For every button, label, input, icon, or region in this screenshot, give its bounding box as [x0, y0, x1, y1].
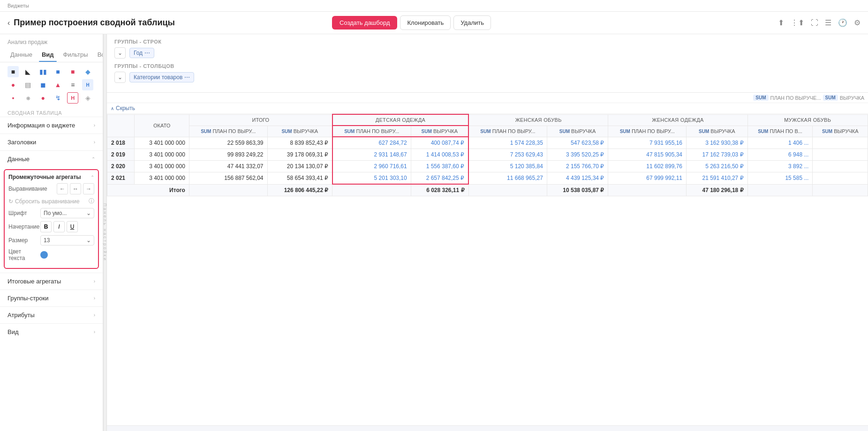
section-view-header[interactable]: Вид › — [0, 324, 103, 340]
gear-icon[interactable]: ⚙ — [854, 18, 860, 27]
zhen-ob-vyruchka-2018: 547 623,58 ₽ — [547, 137, 608, 149]
header-zhen-od-plan: SUM ПЛАН ПО ВЫРУ... — [608, 126, 687, 137]
muzh-vyruchka-2019 — [813, 149, 868, 161]
widget-icon-11[interactable]: ≡ — [67, 79, 78, 90]
bold-button[interactable]: B — [40, 221, 52, 232]
widget-icon-8[interactable]: ▤ — [23, 79, 34, 90]
widget-icon-15[interactable]: ● — [38, 92, 49, 104]
plan-label-1: ПЛАН ПО ВЫРУЧЕ... — [770, 95, 821, 101]
widget-icon-3[interactable]: ▮▮ — [38, 66, 49, 77]
groups-cols-chevron[interactable]: ⌄ — [114, 72, 126, 83]
det-plan-2020: 2 960 716,61 — [332, 161, 411, 172]
italic-button[interactable]: I — [53, 221, 65, 232]
tab-data[interactable]: Данные — [8, 47, 35, 62]
back-button[interactable]: ‹ — [8, 19, 10, 27]
section-data: Данные ⌃ Промежуточные агрегаты ⌃ Выравн… — [0, 150, 103, 271]
table-scrollbar[interactable] — [107, 425, 868, 431]
alignment-label: Выравнивание — [8, 186, 55, 192]
section-attributes-label: Атрибуты — [8, 312, 35, 319]
widget-icon-2[interactable]: ◣ — [23, 66, 34, 77]
pivot-table-label: СВОДНАЯ ТАБЛИЦА — [0, 107, 103, 117]
widget-icon-9[interactable]: ◼ — [38, 79, 49, 90]
section-widget-info-header[interactable]: Информация о виджете › — [0, 117, 103, 134]
pivot-table: ОКАТО ИТОГО ДЕТСКАЯ ОДЕЖДА ЖЕНСКАЯ ОБУВЬ… — [107, 114, 868, 196]
size-value: 13 — [44, 237, 50, 244]
sidebar: Анализ продаж Данные Вид Фильтры Все ■ ◣… — [0, 34, 103, 431]
groups-rows-chevron[interactable]: ⌄ — [114, 47, 126, 59]
widget-icons-grid: ■ ◣ ▮▮ ■ ■ ◆ ● ▤ ◼ ▲ ≡ H ▪ ⎈ ● ↯ H ◈ — [0, 62, 103, 107]
widget-icon-14[interactable]: ⎈ — [23, 92, 34, 104]
section-data-header[interactable]: Данные ⌃ — [0, 151, 103, 167]
table-area: SUM ПЛАН ПО ВЫРУЧЕ... SUM ВЫРУЧКА ∧ Скры… — [107, 93, 868, 431]
section-view: Вид › — [0, 323, 103, 340]
aggregates-title-row: Промежуточные агрегаты ⌃ — [8, 174, 94, 180]
zhen-od-vyruchka-2021: 21 591 410,27 ₽ — [687, 172, 748, 185]
section-headers-header[interactable]: Заголовки › — [0, 134, 103, 150]
groups-cols-tag-value: Категории товаров — [134, 74, 182, 81]
align-left-button[interactable]: ← — [57, 183, 68, 194]
font-select[interactable]: По умо... ⌄ — [40, 208, 94, 218]
create-dashboard-button[interactable]: Создать дашборд — [332, 16, 397, 30]
muzh-vyruchka-2021 — [813, 172, 868, 185]
widget-icon-1[interactable]: ■ — [8, 66, 19, 77]
share-icon[interactable]: ⬆ — [791, 18, 804, 27]
widget-icon-5[interactable]: ■ — [67, 66, 78, 77]
header-icons: ⬆ ⛶ ☰ 🕐 ⚙ — [778, 18, 860, 27]
table-scroll-wrapper[interactable]: ОКАТО ИТОГО ДЕТСКАЯ ОДЕЖДА ЖЕНСКАЯ ОБУВЬ… — [107, 114, 868, 425]
muzh-plan-2019: 6 948 ... — [747, 149, 813, 161]
section-attributes-header[interactable]: Атрибуты › — [0, 307, 103, 323]
groups-cols-tag[interactable]: Категории товаров ⋯ — [129, 72, 194, 82]
widget-icon-6[interactable]: ◆ — [82, 66, 93, 77]
hide-row[interactable]: ∧ Скрыть — [107, 103, 868, 114]
tab-view[interactable]: Вид — [39, 47, 57, 62]
widget-icon-13[interactable]: ▪ — [8, 92, 19, 104]
section-view-toggle[interactable]: › — [94, 329, 95, 334]
footer-det-vyruchka: 6 028 326,11 ₽ — [411, 184, 468, 196]
expand-icon[interactable]: ⛶ — [811, 19, 818, 27]
color-picker[interactable] — [40, 251, 48, 259]
aggregates-box: Промежуточные агрегаты ⌃ Выравнивание ← … — [4, 169, 99, 269]
aggregates-toggle[interactable]: ⌃ — [91, 175, 94, 180]
groups-rows-tag[interactable]: Год ⋯ — [129, 48, 154, 58]
widget-icon-16[interactable]: ↯ — [53, 92, 64, 104]
align-right-button[interactable]: → — [83, 183, 94, 194]
clone-button[interactable]: Клонировать — [400, 15, 451, 30]
reset-row: ↻ Сбросить выравнивание ⓘ — [8, 197, 94, 205]
align-center-button[interactable]: ↔ — [70, 183, 81, 194]
widget-icon-12[interactable]: H — [82, 79, 93, 90]
widget-icon-10[interactable]: ▲ — [53, 79, 64, 90]
itogo-vyruchka-2021: 58 654 393,41 ₽ — [267, 172, 332, 185]
footer-muzh-plan — [747, 184, 813, 196]
size-label: Размер — [8, 237, 37, 244]
breadcrumb-text: Виджеты — [8, 3, 29, 8]
tab-filters[interactable]: Фильтры — [60, 47, 91, 62]
year-cell-2021: 2 021 — [107, 172, 135, 185]
underline-button[interactable]: U — [67, 221, 78, 232]
delete-button[interactable]: Удалить — [453, 15, 491, 30]
section-groups-rows-header[interactable]: Группы-строки › — [0, 290, 103, 306]
footer-label: Итого — [107, 184, 189, 196]
tab-all[interactable]: Все — [95, 47, 103, 62]
section-attributes-toggle[interactable]: › — [94, 312, 95, 318]
panel-handle[interactable]: Панель настройки — [103, 34, 107, 431]
okato-2021: 3 401 000 000 — [135, 172, 189, 185]
widget-icon-18[interactable]: ◈ — [82, 92, 93, 104]
widget-icon-17[interactable]: H — [67, 92, 78, 104]
section-total-aggregates-toggle[interactable]: › — [94, 279, 95, 284]
reset-label[interactable]: Сбросить выравнивание — [15, 198, 80, 205]
footer-row: Итого 126 806 445,22 ₽ 6 028 326,11 ₽ 10… — [107, 184, 868, 196]
clock-icon[interactable]: 🕐 — [838, 18, 847, 27]
widget-icon-7[interactable]: ● — [8, 79, 19, 90]
widget-icon-4[interactable]: ■ — [53, 66, 64, 77]
section-groups-rows-toggle[interactable]: › — [94, 296, 95, 301]
list-icon[interactable]: ☰ — [825, 18, 831, 27]
section-total-aggregates-header[interactable]: Итоговые агрегаты › — [0, 273, 103, 290]
itogo-plan-2018: 22 559 863,39 — [189, 137, 267, 149]
section-widget-info-toggle[interactable]: › — [94, 123, 95, 128]
okato-2020: 3 401 000 000 — [135, 161, 189, 172]
upload-icon[interactable] — [778, 18, 784, 27]
section-data-toggle[interactable]: ⌃ — [91, 156, 95, 162]
size-select[interactable]: 13 ⌄ — [40, 235, 94, 245]
page-title: Пример построения сводной таблицы — [14, 18, 175, 28]
section-headers-toggle[interactable]: › — [94, 140, 95, 145]
